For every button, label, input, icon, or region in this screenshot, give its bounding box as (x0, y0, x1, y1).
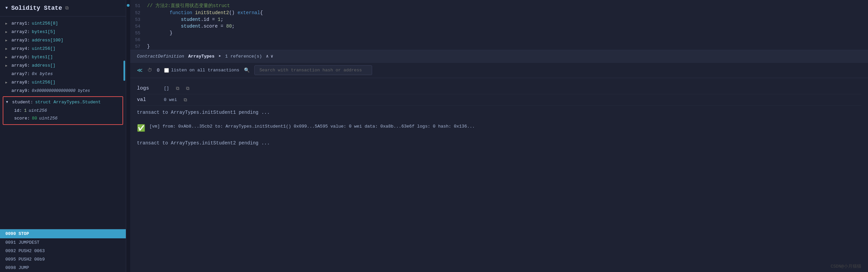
code-text: function initStudent2() external{ (147, 10, 263, 16)
item-value: 0x0000000000000000 bytes (32, 89, 90, 93)
item-name: array9: (11, 88, 30, 93)
item-name: array6: (11, 63, 30, 68)
field-label: score: (14, 116, 30, 121)
search-input[interactable] (254, 65, 372, 75)
nav-up-arrow[interactable]: ∧ (266, 54, 269, 59)
field-score-value: 80 (32, 116, 37, 121)
tx-count: 0 (157, 68, 159, 73)
line-number: 55 (130, 31, 147, 36)
item-name: array2: (11, 29, 30, 34)
pending-msg-1: transact to ArrayTypes.initStudent1 pend… (137, 106, 861, 119)
line-number: 54 (130, 24, 147, 29)
expand-arrow: ▶ (5, 22, 9, 26)
clock-icon: ⏱ (147, 68, 152, 73)
line-number: 56 (130, 37, 147, 42)
opcode-item[interactable]: 0091 JUMPDEST (0, 238, 126, 247)
listen-checkbox-area: listen on all transactions (164, 68, 239, 73)
expand-arrow: ▼ (6, 100, 10, 104)
collapse-tx-icon[interactable]: ≪ (137, 67, 143, 74)
expand-arrow: ▶ (5, 38, 9, 42)
item-name: array5: (11, 55, 30, 60)
code-area: 51 // 方法2:直接引用状态变量的struct 52 function in… (130, 0, 868, 50)
item-name: array7: (11, 71, 30, 77)
listen-checkbox[interactable] (164, 68, 169, 73)
field-score-type: uint256 (39, 116, 58, 121)
code-text: } (147, 30, 173, 36)
contract-name: ArrayTypes (188, 54, 214, 59)
student-fields: id: 1 uint256 score: 80 uint256 (3, 106, 122, 123)
code-text: // 方法2:直接引用状态变量的struct (147, 3, 230, 9)
scrollbar-thumb[interactable] (123, 61, 125, 81)
val-row: val 0 wei ⧉ (137, 94, 861, 106)
panel-header: ▼ Solidity State ⧉ (0, 0, 126, 17)
val-label: val (137, 97, 157, 103)
watermark: CSDN@小月猫猫 (831, 263, 861, 269)
opcode-item-selected[interactable]: 0090 STOP (0, 229, 126, 238)
opcode-item[interactable]: 0092 PUSH2 0063 (0, 247, 126, 255)
expand-arrow: ▶ (5, 64, 9, 68)
contract-bar: ContractDefinition ArrayTypes ➤ 1 refere… (130, 50, 868, 63)
item-type: address[] (32, 63, 56, 68)
list-item[interactable]: ▶ array3: address[100] (0, 36, 126, 44)
line-number: 51 (130, 3, 147, 8)
item-name: array8: (11, 80, 30, 85)
tx-details: logs [] ⧉ ⧉ val 0 wei ⧉ transact to Arra… (130, 78, 868, 272)
list-item[interactable]: ▶ array1: uint256[8] (0, 19, 126, 28)
logs-value: [] (164, 86, 169, 91)
ref-arrow-icon: ➤ (218, 54, 221, 59)
item-type: bytes1[5] (32, 29, 56, 34)
student-header[interactable]: ▼ student: struct ArrayTypes.Student (3, 98, 122, 106)
state-list: ▶ array1: uint256[8] ▶ array2: bytes1[5]… (0, 17, 126, 229)
item-name: array4: (11, 46, 30, 51)
field-id-type: uint256 (29, 108, 47, 113)
opcode-item[interactable]: 0095 PUSH2 00b9 (0, 255, 126, 264)
val-value: 0 wei (164, 97, 177, 102)
logs-label: logs (137, 86, 157, 91)
code-line-52: 52 function initStudent2() external{ (130, 9, 868, 16)
code-text (147, 37, 150, 42)
copy-val-icon[interactable]: ⧉ (184, 97, 187, 103)
tx-log-text: [vm] from: 0xAb8...35cb2 to: ArrayTypes.… (149, 123, 475, 130)
list-item[interactable]: ▶ array2: bytes1[5] (0, 28, 126, 36)
line-number: 53 (130, 17, 147, 22)
list-item[interactable]: ▶ array6: address[] (0, 61, 126, 70)
expand-arrow: ▶ (5, 81, 9, 85)
main-panel: 51 // 方法2:直接引用状态变量的struct 52 function in… (130, 0, 868, 272)
export-logs-icon[interactable]: ⧉ (186, 86, 189, 91)
code-line-57: 57 } (130, 43, 868, 50)
logs-row: logs [] ⧉ ⧉ (137, 83, 861, 94)
listen-label: listen on all transactions (171, 68, 239, 73)
nav-down-arrow[interactable]: ∨ (271, 54, 273, 59)
line-number: 52 (130, 10, 147, 16)
pending-msg-2: transact to ArrayTypes.initStudent2 pend… (137, 136, 861, 150)
list-item[interactable]: ▶ array7: 0x bytes (0, 70, 126, 78)
field-label: id: (14, 108, 22, 113)
nav-arrows: ∧ ∨ (266, 54, 274, 59)
list-item[interactable]: ▶ array4: uint256[] (0, 44, 126, 53)
contract-def-prefix: ContractDefinition (137, 54, 184, 59)
list-item[interactable]: ▶ array8: uint256[] (0, 78, 126, 87)
left-panel: ▼ Solidity State ⧉ ▶ array1: uint256[8] … (0, 0, 126, 272)
copy-logs-icon[interactable]: ⧉ (176, 86, 179, 91)
list-item[interactable]: ▶ array5: bytes1[] (0, 53, 126, 61)
item-name: array1: (11, 21, 30, 26)
code-line-56: 56 (130, 36, 868, 43)
search-icon: 🔍 (244, 67, 250, 73)
success-row: ✅ [vm] from: 0xAb8...35cb2 to: ArrayType… (137, 119, 861, 136)
collapse-arrow[interactable]: ▼ (5, 6, 8, 10)
opcode-item[interactable]: 0098 JUMP (0, 264, 126, 272)
expand-arrow: ▶ (5, 55, 9, 59)
expand-arrow: ▶ (5, 47, 9, 51)
item-type: uint256[] (32, 46, 56, 51)
list-item[interactable]: ▶ array9: 0x0000000000000000 bytes (0, 87, 126, 95)
item-type: uint256[] (32, 80, 56, 85)
tx-toolbar: ≪ ⏱ 0 listen on all transactions 🔍 (130, 63, 868, 78)
item-value: 0x bytes (32, 71, 53, 77)
item-type: address[100] (32, 38, 64, 43)
student-name: student: (12, 100, 33, 105)
divider (126, 0, 130, 272)
code-text: student.id = 1; (147, 17, 223, 22)
scroll-indicator (127, 4, 129, 7)
copy-icon[interactable]: ⧉ (65, 5, 69, 11)
item-name: array3: (11, 38, 30, 43)
